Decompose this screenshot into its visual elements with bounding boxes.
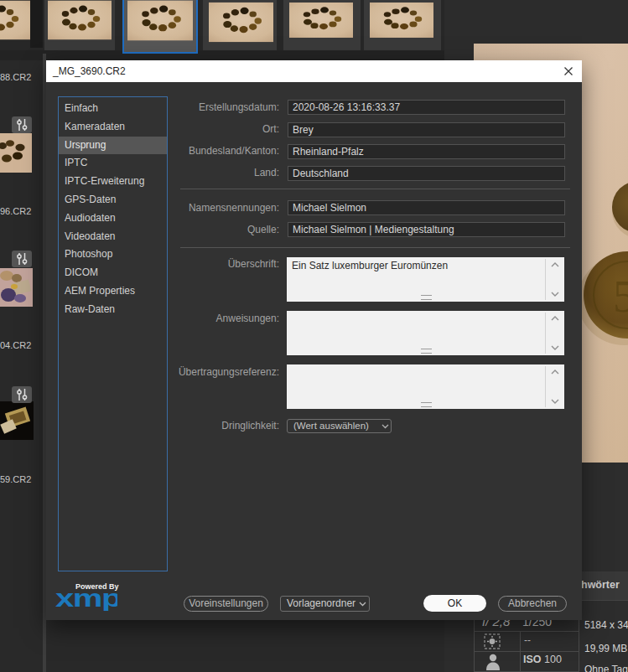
svg-text:5: 5 [613,271,628,322]
svg-text:xmp: xmp [55,587,117,611]
